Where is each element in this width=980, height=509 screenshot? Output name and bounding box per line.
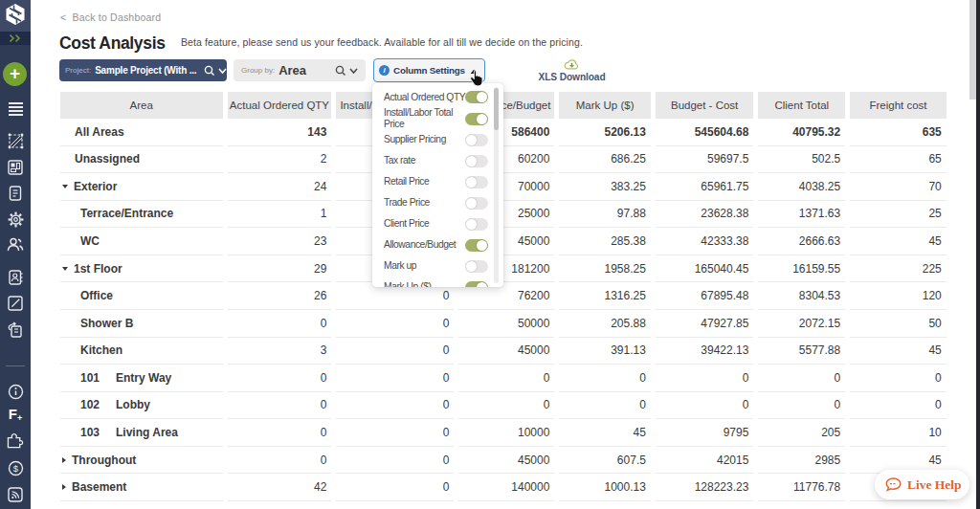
svg-text:$: $ bbox=[12, 463, 18, 474]
